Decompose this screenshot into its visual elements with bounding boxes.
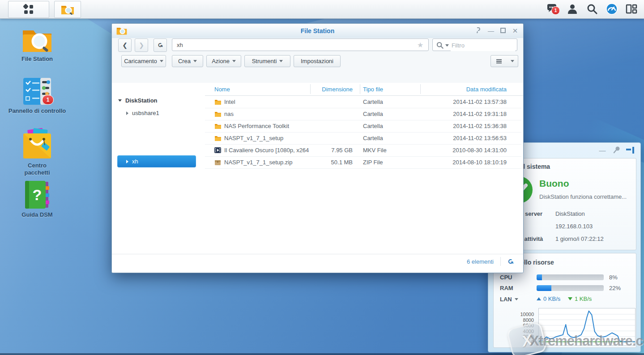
desktop-icon-control-panel[interactable]: 1 Pannello di controllo [1,77,73,115]
chevron-down-icon [279,60,283,62]
y-tick: 0 [531,340,534,345]
file-type: ZIP File [363,156,419,168]
video-file-icon [214,147,221,154]
window-close-button[interactable]: ✕ [512,27,519,34]
widget-minimize-button[interactable]: — [598,146,606,154]
nav-refresh-button[interactable]: ↺ [154,38,167,52]
tree-item-xh-selected[interactable]: xh [117,155,196,167]
file-row[interactable]: nas Cartella 2014-11-02 19:31:18 [205,108,521,120]
chevron-down-icon [515,298,518,300]
toolbar-settings-button[interactable]: Impostazioni [294,55,341,67]
health-status: Buono [539,178,569,189]
user-icon [567,4,578,14]
ram-bar-fill [537,285,551,291]
tree-collapse-icon[interactable] [126,111,128,115]
file-name: NASPT_v1_7_1_setup.zip [224,156,309,168]
window-pin-button[interactable] [475,27,482,34]
file-station-task-icon [61,4,74,15]
ram-label: RAM [500,285,513,291]
dsm-desktop: 1 [0,0,644,355]
y-tick: 6000 [523,323,534,328]
toolbar-label: Caricamento [124,58,157,64]
tree-item-usbshare1[interactable]: usbshare1 [126,110,159,116]
column-header-size[interactable]: Dimensione [310,83,353,95]
lan-traffic-chart-svg [539,308,635,345]
desktop-icon-package-center[interactable]: Centro pacchetti [21,128,53,176]
chevron-down-icon [511,60,514,62]
main-menu-button[interactable] [8,1,49,18]
ram-percent: 22% [609,285,621,291]
toolbar-label: Crea [178,58,191,64]
file-row[interactable]: Il Cavaliere Oscuro [1080p, x264 7.95 GB… [205,144,521,157]
window-title: File Station [112,24,523,38]
y-tick: 4000 [523,329,534,334]
pin-icon [476,27,481,34]
desktop-icon-file-station[interactable]: File Station [6,26,68,63]
widget-dock-button[interactable] [626,147,635,156]
ip-address-value: 192.168.0.103 [555,223,593,230]
y-tick: 8000 [523,318,534,323]
notifications-button[interactable]: 1 [545,2,560,16]
taskbar-app-file-station[interactable] [54,1,81,18]
lan-upload: 0 KB/s [537,295,560,302]
window-minimize-button[interactable]: — [487,27,495,34]
desktop-icon-dsm-help[interactable]: ? Guida DSM [15,180,60,218]
nav-forward-button[interactable]: ❯ [135,38,148,52]
file-date: 2014-11-02 13:56:53 [420,132,507,144]
file-date: 2014-11-02 19:31:18 [420,108,507,120]
window-titlebar[interactable]: File Station — ✕ [112,24,523,38]
view-mode-list-button[interactable] [490,55,508,67]
cpu-bar-fill [537,274,542,280]
window-status-bar: 6 elementi ↺ [112,254,523,273]
tree-collapse-icon[interactable] [126,160,128,163]
file-row[interactable]: Intel Cartella 2014-11-02 13:57:38 [205,96,521,108]
maximize-icon [500,28,506,33]
folder-icon [214,135,222,141]
desktop-bottom-edge [0,353,644,355]
desktop-icon-label: File Station [6,56,68,63]
toolbar-create-button[interactable]: Crea [172,55,203,67]
column-header-date[interactable]: Data modificata [420,83,507,95]
nav-back-button[interactable]: ❮ [118,38,132,52]
widgets-button[interactable] [624,2,639,16]
file-row[interactable]: NASPT_v1_7_1_setup Cartella 2014-11-02 1… [205,132,521,145]
favorite-star-icon[interactable]: ★ [417,41,423,49]
toolbar-label: Impostazioni [301,58,333,64]
desktop-icon-label: Centro pacchetti [21,162,53,176]
widget-pin-button[interactable] [613,146,621,156]
file-date: 2014-11-02 15:36:38 [420,120,507,132]
view-mode-dropdown[interactable] [507,55,518,67]
tree-root-label: DiskStation [125,97,158,104]
system-health-button[interactable] [604,2,619,16]
file-name: Intel [224,96,309,108]
server-name-value: DiskStation [555,210,585,217]
filter-dropdown-caret[interactable] [445,44,449,47]
tree-root-diskstation[interactable]: DiskStation [118,97,158,104]
svg-text:?: ? [33,186,42,203]
filter-input[interactable] [451,39,515,51]
search-button[interactable] [584,2,600,16]
list-refresh-button[interactable]: ↺ [506,258,515,265]
folder-icon [214,111,222,117]
file-name: Il Cavaliere Oscuro [1080p, x264 [224,144,309,156]
file-type: Cartella [363,108,419,120]
chevron-down-icon [232,60,236,62]
toolbar-tools-button[interactable]: Strumenti [244,55,290,67]
column-header-name[interactable]: Nome [214,83,230,95]
tree-expand-icon[interactable] [118,99,122,102]
lan-selector[interactable]: LAN [500,296,518,303]
cpu-percent: 8% [609,274,618,281]
file-row[interactable]: NASPT_v1_7_1_setup.zip 50.1 MB ZIP File … [205,156,521,169]
file-date: 2014-11-02 13:57:38 [420,96,507,108]
lan-download: 1 KB/s [568,295,592,302]
toolbar-upload-button[interactable]: Caricamento [121,55,166,67]
path-input[interactable] [172,38,429,51]
window-maximize-button[interactable] [499,27,507,34]
filter-box [432,38,517,51]
dsm-help-icon: ? [23,180,51,210]
toolbar-action-button[interactable]: Azione [206,55,241,67]
file-size [310,120,353,132]
column-header-type[interactable]: Tipo file [363,83,383,95]
file-row[interactable]: NAS Performance Toolkit Cartella 2014-11… [205,120,521,133]
user-menu-button[interactable] [565,2,580,16]
